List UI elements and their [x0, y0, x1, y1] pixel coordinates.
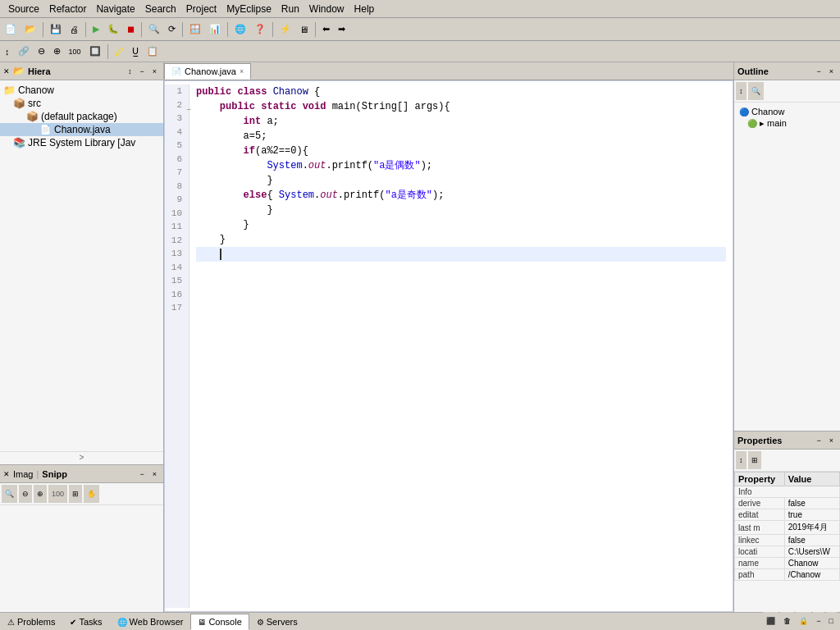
editor-tab-bar: 📄 Chanow.java ×: [164, 62, 733, 80]
props-filter[interactable]: ↕: [736, 451, 746, 469]
console-icon: 🖥: [198, 618, 206, 627]
console-scroll-lock[interactable]: 🔒: [796, 612, 811, 630]
tb2-4[interactable]: ⊕: [50, 43, 64, 61]
outline-filter[interactable]: 🔍: [748, 82, 764, 100]
outline-close[interactable]: ×: [826, 65, 837, 78]
menu-refactor[interactable]: Refactor: [44, 2, 91, 16]
main-layout: ✕ 📂 Hiera ↕ − × 📁 Chanow 📦 src 📦 (defaul…: [0, 62, 840, 612]
prop-row-linkec: linkec false: [735, 535, 840, 546]
tb2-clip[interactable]: 📋: [144, 43, 162, 61]
tab-tasks[interactable]: ✔ Tasks: [62, 614, 109, 630]
snippet-toolbar: 🔍 ⊖ ⊕ 100 ⊞ ✋: [0, 483, 163, 505]
tb-run[interactable]: ▶: [89, 21, 103, 39]
editor-tab-close[interactable]: ×: [240, 67, 244, 75]
snipp-close[interactable]: ×: [149, 468, 160, 481]
snipp-zoom-out[interactable]: ⊖: [19, 485, 32, 503]
code-content[interactable]: − public class Chanow { public static vo…: [189, 84, 733, 608]
props-collapse[interactable]: −: [813, 434, 824, 447]
tree-item-jre[interactable]: 📚 JRE System Library [Jav: [0, 136, 163, 149]
tb-new[interactable]: 📄: [2, 21, 20, 39]
menu-window[interactable]: Window: [304, 2, 349, 16]
servers-label: Servers: [267, 617, 298, 627]
menu-navigate[interactable]: Navigate: [91, 2, 139, 16]
code-line-5: int a;: [196, 114, 726, 129]
snipp-collapse[interactable]: −: [136, 468, 147, 481]
hierarchy-collapse-btn[interactable]: −: [136, 65, 147, 78]
tree-item-chanow-java[interactable]: 📄 Chanow.java: [0, 123, 163, 136]
tb-view[interactable]: 📊: [206, 21, 224, 39]
tb2-highlight[interactable]: 🖊: [112, 43, 127, 61]
tb-open[interactable]: 📂: [21, 21, 39, 39]
code-editor[interactable]: 1234567891011121314151617 − public class…: [164, 80, 733, 612]
tb2-1[interactable]: ↕: [2, 43, 13, 61]
imag-tab[interactable]: Imag: [13, 469, 33, 479]
snipp-search-btn[interactable]: 🔍: [2, 485, 17, 503]
tab-web-browser[interactable]: 🌐 Web Browser: [110, 614, 191, 630]
props-close[interactable]: ×: [826, 434, 837, 447]
web-label: Web Browser: [130, 617, 184, 627]
prop-row-lastm: last m 2019年4月: [735, 521, 840, 535]
menu-myeclipse[interactable]: MyEclipse: [221, 2, 276, 16]
tb-browser[interactable]: 🌐: [231, 21, 249, 39]
tb-help[interactable]: ❓: [251, 21, 269, 39]
tb2-5[interactable]: 100: [66, 43, 84, 61]
snipp-pan[interactable]: ✋: [84, 485, 99, 503]
console-maximize[interactable]: □: [826, 612, 837, 630]
outline-chanow[interactable]: 🔵 Chanow: [737, 106, 837, 117]
properties-title: Properties: [737, 436, 782, 445]
tb-debug[interactable]: 🐛: [104, 21, 122, 39]
outline-collapse[interactable]: −: [813, 65, 824, 78]
snipp-tab[interactable]: Snipp: [42, 469, 67, 479]
tree-item-chanow[interactable]: 📁 Chanow: [0, 84, 163, 97]
tree-item-default-pkg[interactable]: 📦 (default package): [0, 110, 163, 123]
code-line-15: }: [196, 232, 726, 247]
console-collapse[interactable]: −: [813, 612, 824, 630]
props-advanced[interactable]: ⊞: [748, 451, 761, 469]
tb-back[interactable]: ⬅: [319, 21, 333, 39]
tree-item-src[interactable]: 📦 src: [0, 97, 163, 110]
tb-refresh[interactable]: ⟳: [165, 21, 179, 39]
console-terminate[interactable]: ⬛: [763, 612, 778, 630]
tb2-2[interactable]: 🔗: [15, 43, 33, 61]
tb2-3[interactable]: ⊖: [34, 43, 48, 61]
menu-search[interactable]: Search: [140, 2, 181, 16]
tab-servers[interactable]: ⚙ Servers: [249, 614, 305, 630]
prop-locati-label: locati: [735, 546, 785, 558]
tb-stop[interactable]: ◼: [124, 21, 138, 39]
left-panel-expand[interactable]: >: [0, 451, 163, 464]
menu-project[interactable]: Project: [181, 2, 221, 16]
tasks-icon: ✔: [70, 618, 76, 627]
snipp-fit[interactable]: 100: [48, 485, 67, 503]
menu-run[interactable]: Run: [276, 2, 304, 16]
snipp-x-icon: ✕: [3, 470, 10, 478]
jre-icon: 📚: [13, 137, 25, 148]
src-label: src: [28, 98, 41, 109]
properties-panel: Properties − × ↕ ⊞ Property Value Info: [734, 431, 840, 612]
outline-header-left: Outline: [737, 66, 769, 76]
hierarchy-sync-btn[interactable]: ↕: [125, 65, 135, 78]
tb-save[interactable]: 💾: [47, 21, 65, 39]
tb-forward[interactable]: ➡: [335, 21, 349, 39]
tb-server[interactable]: 🖥: [296, 21, 312, 39]
tab-problems[interactable]: ⚠ Problems: [0, 614, 62, 630]
snipp-grid[interactable]: ⊞: [69, 485, 82, 503]
tb-search[interactable]: 🔍: [145, 21, 163, 39]
tab-console[interactable]: 🖥 Console: [190, 614, 249, 630]
menu-source[interactable]: Source: [3, 2, 44, 16]
outline-main[interactable]: 🟢 ▸ main: [737, 117, 837, 130]
hierarchy-close-btn[interactable]: ×: [149, 65, 160, 78]
editor-tab-label: Chanow.java: [185, 66, 236, 76]
tb-deploy[interactable]: ⚡: [276, 21, 294, 39]
java-file-icon: 📄: [39, 124, 52, 135]
tb2-underline[interactable]: U̲: [129, 43, 142, 61]
menu-help[interactable]: Help: [349, 2, 380, 16]
toolbar-primary: 📄 📂 💾 🖨 ▶ 🐛 ◼ 🔍 ⟳ 🪟 📊 🌐 ❓ ⚡ 🖥 ⬅ ➡: [0, 18, 840, 41]
editor-tab-chanow[interactable]: 📄 Chanow.java ×: [164, 63, 251, 80]
tb2-6[interactable]: 🔲: [86, 43, 104, 61]
prop-col-header: Property: [735, 472, 785, 486]
console-clear[interactable]: 🗑: [780, 612, 794, 630]
tb-print[interactable]: 🖨: [66, 21, 82, 39]
snipp-zoom-in[interactable]: ⊕: [34, 485, 47, 503]
tb-perspective[interactable]: 🪟: [186, 21, 204, 39]
outline-sort[interactable]: ↕: [736, 82, 746, 100]
